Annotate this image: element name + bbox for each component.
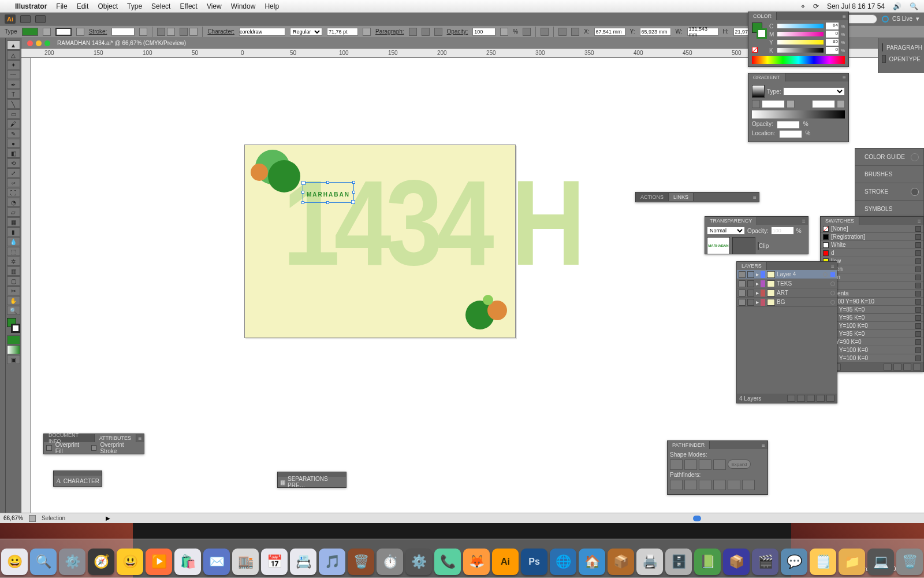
menu-edit[interactable]: Edit — [77, 2, 89, 10]
align-right-icon[interactable] — [434, 28, 442, 36]
panel-menu-icon[interactable]: ≡ — [751, 194, 759, 201]
k-slider[interactable] — [777, 48, 824, 53]
layer-row[interactable]: ▸TEKS — [737, 279, 837, 288]
reverse-grad-icon[interactable] — [752, 100, 760, 108]
dock-app[interactable]: 🗑️ — [348, 549, 374, 575]
dock-app[interactable]: ✉️ — [203, 549, 230, 575]
dock-app[interactable]: 📗 — [694, 549, 721, 575]
stroke-swatch[interactable] — [55, 28, 72, 36]
free-transform-tool[interactable]: ⛶ — [7, 188, 20, 197]
mesh-tool[interactable]: ▦ — [7, 217, 20, 227]
dock-app[interactable]: 📅 — [261, 549, 288, 575]
dock-app[interactable]: 🧭 — [88, 549, 114, 575]
swatch-row[interactable]: [None] — [821, 225, 923, 233]
separations-mini-panel[interactable]: ▦SEPARATIONS PRE… — [277, 472, 346, 488]
visibility-icon[interactable] — [739, 299, 746, 306]
dock-app[interactable]: Ps — [521, 549, 547, 575]
lock-icon[interactable] — [747, 271, 754, 278]
dock-app[interactable]: ▶️ — [146, 549, 172, 575]
align-left-icon[interactable] — [409, 28, 417, 36]
lasso-tool[interactable]: 〰 — [7, 70, 20, 79]
style-icon[interactable] — [180, 28, 188, 36]
dock-app[interactable]: 💻 — [867, 549, 894, 575]
gradient-type-select[interactable] — [783, 87, 845, 95]
cslive-button[interactable]: CS Live ▾ — [882, 15, 919, 23]
rail-opentype[interactable]: OPENTYPE — [878, 53, 924, 65]
gradient-mode-icon[interactable] — [7, 345, 20, 354]
slice-tool[interactable]: ✂ — [7, 286, 20, 295]
artboard-tool[interactable]: ▢ — [7, 276, 20, 286]
stroke-preview[interactable] — [757, 28, 767, 39]
dock-app[interactable]: 🗑️ — [896, 549, 923, 575]
recolor-icon[interactable] — [523, 28, 531, 36]
character-mini-panel[interactable]: ACHARACTER — [53, 470, 102, 487]
trans-opacity-input[interactable]: 100 — [771, 227, 794, 235]
font-input[interactable] — [239, 28, 285, 36]
bluetooth-icon[interactable]: ⌖ — [801, 2, 805, 10]
width-tool[interactable]: ⩫ — [7, 178, 20, 187]
divide-button[interactable] — [670, 480, 683, 490]
color-mode-icon[interactable] — [7, 335, 20, 344]
zoom-window-icon[interactable] — [44, 40, 50, 46]
dock-app[interactable]: 📁 — [839, 549, 865, 575]
gradient-ramp[interactable] — [752, 110, 845, 118]
panel-menu-icon[interactable]: ≡ — [915, 218, 923, 224]
w-input[interactable]: 131,543 mm — [687, 28, 718, 36]
close-icon[interactable] — [27, 40, 33, 46]
outline-button[interactable] — [728, 480, 740, 490]
panel-menu-icon[interactable]: ≡ — [759, 442, 767, 449]
shape-builder-tool[interactable]: ◔ — [7, 198, 20, 207]
bridge-button[interactable] — [20, 15, 31, 23]
dock-app[interactable]: 🌐 — [550, 549, 576, 575]
gradient-preview[interactable] — [752, 85, 765, 98]
k-value[interactable]: 0 — [826, 47, 839, 54]
dock-app[interactable]: ⏱️ — [377, 549, 403, 575]
dock-app[interactable]: 📦 — [723, 549, 750, 575]
blob-brush-tool[interactable]: ● — [7, 139, 20, 148]
menu-select[interactable]: Select — [151, 2, 170, 10]
tab-color[interactable]: COLOR — [748, 12, 777, 20]
dock-app[interactable]: 😀 — [1, 549, 28, 575]
perspective-tool[interactable]: ▱ — [7, 208, 20, 217]
lock-icon[interactable] — [747, 280, 754, 287]
minimize-icon[interactable] — [36, 40, 42, 46]
panel-menu-icon[interactable]: ≡ — [840, 75, 848, 81]
brush-def-icon[interactable] — [157, 28, 165, 36]
volume-icon[interactable]: 🔊 — [893, 2, 901, 10]
layer-row[interactable]: ▸BG — [737, 298, 837, 307]
overprint-stroke-check[interactable] — [91, 445, 97, 451]
dock-app[interactable]: Ai — [492, 549, 519, 575]
m-slider[interactable] — [777, 32, 824, 36]
gradient-tool[interactable]: ▮ — [7, 227, 20, 236]
rectangle-tool[interactable]: ▭ — [7, 109, 20, 118]
tab-links[interactable]: LINKS — [669, 193, 694, 201]
direct-selection-tool[interactable]: △ — [7, 50, 20, 60]
overprint-fill-check[interactable] — [46, 445, 52, 451]
panel-menu-icon[interactable]: ≡ — [800, 218, 808, 224]
grad-angle-input[interactable] — [762, 100, 785, 108]
dock-app[interactable]: 🏬 — [232, 549, 259, 575]
selection-tool[interactable]: ▲ — [7, 40, 20, 50]
pen-tool[interactable]: ✒ — [7, 80, 20, 89]
dock-app[interactable]: 🏠 — [579, 549, 605, 575]
dock-app[interactable]: 🗒️ — [810, 549, 836, 575]
make-clip-icon[interactable] — [797, 395, 805, 402]
paragraph-link[interactable]: Paragraph: — [375, 28, 404, 35]
stroke-dd[interactable] — [76, 28, 84, 36]
expand-button[interactable]: Expand — [728, 460, 751, 469]
tab-pathfinder[interactable]: PATHFINDER — [668, 441, 710, 449]
docinfo-panel[interactable]: DOCUMENT INFOATTRIBUTES≡ Overprint FillO… — [43, 433, 144, 454]
menu-window[interactable]: Window — [231, 2, 256, 10]
dock-app[interactable]: ⚙️ — [59, 549, 85, 575]
fill-stroke-control[interactable] — [7, 318, 20, 333]
spotlight-icon[interactable]: 🔍 — [910, 2, 918, 10]
scrollbar-thumb[interactable] — [693, 516, 701, 521]
eraser-tool[interactable]: ◧ — [7, 149, 20, 158]
rail-stroke[interactable]: STROKE — [855, 183, 923, 201]
fill-swatch[interactable] — [22, 28, 38, 36]
rail-symbols[interactable]: SYMBOLS — [855, 201, 923, 218]
x-input[interactable]: 67,541 mm — [594, 28, 625, 36]
character-link[interactable]: Character: — [207, 28, 234, 35]
visibility-icon[interactable] — [739, 271, 746, 278]
clock[interactable]: Sen Jul 8 16 17 54 — [827, 2, 885, 10]
